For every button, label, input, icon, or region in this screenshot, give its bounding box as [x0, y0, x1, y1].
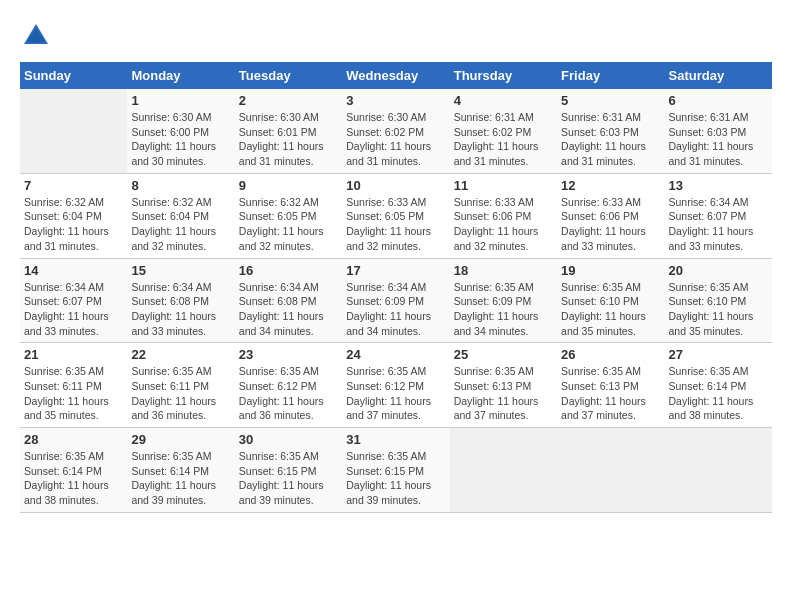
week-row-1: 1Sunrise: 6:30 AM Sunset: 6:00 PM Daylig… — [20, 89, 772, 173]
calendar-cell: 31Sunrise: 6:35 AM Sunset: 6:15 PM Dayli… — [342, 428, 449, 513]
calendar-cell: 7Sunrise: 6:32 AM Sunset: 6:04 PM Daylig… — [20, 173, 127, 258]
calendar-cell: 29Sunrise: 6:35 AM Sunset: 6:14 PM Dayli… — [127, 428, 234, 513]
day-info: Sunrise: 6:35 AM Sunset: 6:12 PM Dayligh… — [239, 364, 338, 423]
day-info: Sunrise: 6:35 AM Sunset: 6:11 PM Dayligh… — [24, 364, 123, 423]
day-number: 17 — [346, 263, 445, 278]
calendar-cell: 22Sunrise: 6:35 AM Sunset: 6:11 PM Dayli… — [127, 343, 234, 428]
day-info: Sunrise: 6:35 AM Sunset: 6:13 PM Dayligh… — [454, 364, 553, 423]
day-info: Sunrise: 6:35 AM Sunset: 6:10 PM Dayligh… — [669, 280, 768, 339]
day-info: Sunrise: 6:34 AM Sunset: 6:08 PM Dayligh… — [131, 280, 230, 339]
day-info: Sunrise: 6:33 AM Sunset: 6:06 PM Dayligh… — [561, 195, 660, 254]
day-number: 8 — [131, 178, 230, 193]
day-info: Sunrise: 6:30 AM Sunset: 6:00 PM Dayligh… — [131, 110, 230, 169]
day-number: 26 — [561, 347, 660, 362]
day-number: 14 — [24, 263, 123, 278]
day-number: 31 — [346, 432, 445, 447]
calendar-cell: 17Sunrise: 6:34 AM Sunset: 6:09 PM Dayli… — [342, 258, 449, 343]
calendar-cell — [20, 89, 127, 173]
day-info: Sunrise: 6:30 AM Sunset: 6:01 PM Dayligh… — [239, 110, 338, 169]
logo — [20, 20, 56, 52]
day-header-wednesday: Wednesday — [342, 62, 449, 89]
day-header-thursday: Thursday — [450, 62, 557, 89]
day-number: 6 — [669, 93, 768, 108]
day-info: Sunrise: 6:32 AM Sunset: 6:04 PM Dayligh… — [131, 195, 230, 254]
day-info: Sunrise: 6:35 AM Sunset: 6:11 PM Dayligh… — [131, 364, 230, 423]
calendar-cell: 26Sunrise: 6:35 AM Sunset: 6:13 PM Dayli… — [557, 343, 664, 428]
day-number: 24 — [346, 347, 445, 362]
calendar-cell: 8Sunrise: 6:32 AM Sunset: 6:04 PM Daylig… — [127, 173, 234, 258]
day-number: 15 — [131, 263, 230, 278]
day-info: Sunrise: 6:32 AM Sunset: 6:05 PM Dayligh… — [239, 195, 338, 254]
day-info: Sunrise: 6:35 AM Sunset: 6:14 PM Dayligh… — [24, 449, 123, 508]
day-header-tuesday: Tuesday — [235, 62, 342, 89]
day-info: Sunrise: 6:34 AM Sunset: 6:07 PM Dayligh… — [669, 195, 768, 254]
day-number: 29 — [131, 432, 230, 447]
calendar-table: SundayMondayTuesdayWednesdayThursdayFrid… — [20, 62, 772, 513]
calendar-cell: 28Sunrise: 6:35 AM Sunset: 6:14 PM Dayli… — [20, 428, 127, 513]
logo-icon — [20, 20, 52, 52]
day-info: Sunrise: 6:34 AM Sunset: 6:07 PM Dayligh… — [24, 280, 123, 339]
day-number: 10 — [346, 178, 445, 193]
day-number: 3 — [346, 93, 445, 108]
week-row-4: 21Sunrise: 6:35 AM Sunset: 6:11 PM Dayli… — [20, 343, 772, 428]
week-row-5: 28Sunrise: 6:35 AM Sunset: 6:14 PM Dayli… — [20, 428, 772, 513]
day-number: 1 — [131, 93, 230, 108]
day-info: Sunrise: 6:35 AM Sunset: 6:12 PM Dayligh… — [346, 364, 445, 423]
day-info: Sunrise: 6:34 AM Sunset: 6:08 PM Dayligh… — [239, 280, 338, 339]
calendar-cell: 23Sunrise: 6:35 AM Sunset: 6:12 PM Dayli… — [235, 343, 342, 428]
week-row-2: 7Sunrise: 6:32 AM Sunset: 6:04 PM Daylig… — [20, 173, 772, 258]
day-info: Sunrise: 6:31 AM Sunset: 6:03 PM Dayligh… — [561, 110, 660, 169]
calendar-cell: 9Sunrise: 6:32 AM Sunset: 6:05 PM Daylig… — [235, 173, 342, 258]
day-number: 11 — [454, 178, 553, 193]
calendar-cell: 1Sunrise: 6:30 AM Sunset: 6:00 PM Daylig… — [127, 89, 234, 173]
day-header-saturday: Saturday — [665, 62, 772, 89]
day-info: Sunrise: 6:35 AM Sunset: 6:13 PM Dayligh… — [561, 364, 660, 423]
day-info: Sunrise: 6:32 AM Sunset: 6:04 PM Dayligh… — [24, 195, 123, 254]
calendar-cell: 27Sunrise: 6:35 AM Sunset: 6:14 PM Dayli… — [665, 343, 772, 428]
calendar-cell: 11Sunrise: 6:33 AM Sunset: 6:06 PM Dayli… — [450, 173, 557, 258]
day-number: 28 — [24, 432, 123, 447]
week-row-3: 14Sunrise: 6:34 AM Sunset: 6:07 PM Dayli… — [20, 258, 772, 343]
day-number: 21 — [24, 347, 123, 362]
calendar-cell: 12Sunrise: 6:33 AM Sunset: 6:06 PM Dayli… — [557, 173, 664, 258]
day-number: 19 — [561, 263, 660, 278]
day-info: Sunrise: 6:34 AM Sunset: 6:09 PM Dayligh… — [346, 280, 445, 339]
day-number: 18 — [454, 263, 553, 278]
day-number: 20 — [669, 263, 768, 278]
day-number: 12 — [561, 178, 660, 193]
day-header-monday: Monday — [127, 62, 234, 89]
day-info: Sunrise: 6:31 AM Sunset: 6:03 PM Dayligh… — [669, 110, 768, 169]
day-info: Sunrise: 6:35 AM Sunset: 6:10 PM Dayligh… — [561, 280, 660, 339]
day-info: Sunrise: 6:30 AM Sunset: 6:02 PM Dayligh… — [346, 110, 445, 169]
day-number: 2 — [239, 93, 338, 108]
calendar-cell: 16Sunrise: 6:34 AM Sunset: 6:08 PM Dayli… — [235, 258, 342, 343]
calendar-cell: 15Sunrise: 6:34 AM Sunset: 6:08 PM Dayli… — [127, 258, 234, 343]
day-number: 16 — [239, 263, 338, 278]
calendar-cell: 2Sunrise: 6:30 AM Sunset: 6:01 PM Daylig… — [235, 89, 342, 173]
calendar-cell: 21Sunrise: 6:35 AM Sunset: 6:11 PM Dayli… — [20, 343, 127, 428]
calendar-cell: 25Sunrise: 6:35 AM Sunset: 6:13 PM Dayli… — [450, 343, 557, 428]
day-number: 22 — [131, 347, 230, 362]
calendar-cell: 4Sunrise: 6:31 AM Sunset: 6:02 PM Daylig… — [450, 89, 557, 173]
day-number: 13 — [669, 178, 768, 193]
day-info: Sunrise: 6:35 AM Sunset: 6:14 PM Dayligh… — [131, 449, 230, 508]
calendar-cell: 5Sunrise: 6:31 AM Sunset: 6:03 PM Daylig… — [557, 89, 664, 173]
calendar-cell: 19Sunrise: 6:35 AM Sunset: 6:10 PM Dayli… — [557, 258, 664, 343]
day-header-sunday: Sunday — [20, 62, 127, 89]
calendar-cell: 6Sunrise: 6:31 AM Sunset: 6:03 PM Daylig… — [665, 89, 772, 173]
calendar-cell — [450, 428, 557, 513]
day-number: 5 — [561, 93, 660, 108]
calendar-cell — [557, 428, 664, 513]
day-number: 25 — [454, 347, 553, 362]
day-number: 27 — [669, 347, 768, 362]
day-number: 30 — [239, 432, 338, 447]
day-number: 7 — [24, 178, 123, 193]
day-header-friday: Friday — [557, 62, 664, 89]
day-info: Sunrise: 6:35 AM Sunset: 6:15 PM Dayligh… — [346, 449, 445, 508]
page-header — [20, 20, 772, 52]
day-number: 4 — [454, 93, 553, 108]
day-number: 23 — [239, 347, 338, 362]
day-info: Sunrise: 6:35 AM Sunset: 6:15 PM Dayligh… — [239, 449, 338, 508]
calendar-header-row: SundayMondayTuesdayWednesdayThursdayFrid… — [20, 62, 772, 89]
calendar-cell: 3Sunrise: 6:30 AM Sunset: 6:02 PM Daylig… — [342, 89, 449, 173]
